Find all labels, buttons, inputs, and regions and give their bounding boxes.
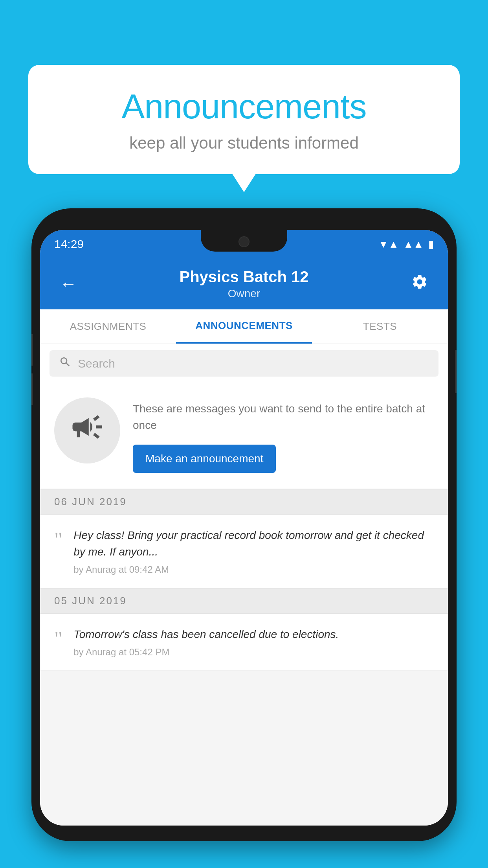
- phone-notch: [201, 230, 287, 252]
- power-button: [455, 350, 457, 393]
- front-camera: [238, 236, 250, 247]
- promo-icon-circle: [54, 397, 120, 463]
- make-announcement-button[interactable]: Make an announcement: [133, 445, 276, 473]
- search-bar[interactable]: Search: [50, 350, 438, 377]
- promo-card: These are messages you want to send to t…: [40, 383, 448, 489]
- promo-content: These are messages you want to send to t…: [133, 397, 434, 473]
- back-button[interactable]: ←: [56, 270, 81, 298]
- quote-icon-2: ": [54, 626, 62, 649]
- speech-bubble-title: Announcements: [52, 86, 436, 127]
- speech-bubble-container: Announcements keep all your students inf…: [28, 65, 460, 174]
- tab-assignments[interactable]: ASSIGNMENTS: [40, 309, 176, 344]
- volume-down-button: [31, 373, 33, 405]
- wifi-icon: ▼▲: [378, 238, 398, 250]
- promo-description: These are messages you want to send to t…: [133, 401, 434, 434]
- megaphone-icon: [70, 409, 105, 452]
- status-time: 14:29: [54, 237, 84, 251]
- quote-icon-1: ": [54, 527, 62, 550]
- signal-icon: ▲▲: [404, 238, 424, 250]
- search-container: Search: [40, 344, 448, 383]
- announcement-content-2: Tomorrow's class has been cancelled due …: [73, 626, 434, 658]
- app-header: ← Physics Batch 12 Owner: [40, 258, 448, 309]
- search-icon: [59, 356, 72, 371]
- announcement-item-2[interactable]: " Tomorrow's class has been cancelled du…: [40, 614, 448, 671]
- volume-up-button: [31, 334, 33, 366]
- phone-screen: Search These are messages you want to se…: [40, 344, 448, 826]
- announcement-text-2: Tomorrow's class has been cancelled due …: [73, 626, 434, 643]
- announcement-content-1: Hey class! Bring your practical record b…: [73, 527, 434, 575]
- date-separator-1: 06 JUN 2019: [40, 489, 448, 515]
- tab-announcements[interactable]: ANNOUNCEMENTS: [176, 309, 312, 344]
- header-title: Physics Batch 12: [179, 268, 308, 286]
- announcement-meta-2: by Anurag at 05:42 PM: [73, 647, 434, 658]
- screen-bezel: 14:29 ▼▲ ▲▲ ▮ ← Physics Batch 12 Owner: [40, 230, 448, 826]
- speech-bubble-subtitle: keep all your students informed: [52, 134, 436, 153]
- header-title-block: Physics Batch 12 Owner: [179, 268, 308, 300]
- tab-bar: ASSIGNMENTS ANNOUNCEMENTS TESTS: [40, 309, 448, 344]
- search-placeholder: Search: [78, 357, 115, 370]
- phone-container: 14:29 ▼▲ ▲▲ ▮ ← Physics Batch 12 Owner: [31, 208, 457, 868]
- status-icons: ▼▲ ▲▲ ▮: [378, 238, 434, 250]
- gear-icon: [411, 273, 428, 291]
- announcement-item-1[interactable]: " Hey class! Bring your practical record…: [40, 515, 448, 588]
- settings-button[interactable]: [407, 269, 432, 298]
- phone-frame: 14:29 ▼▲ ▲▲ ▮ ← Physics Batch 12 Owner: [31, 208, 457, 841]
- announcement-meta-1: by Anurag at 09:42 AM: [73, 564, 434, 575]
- announcement-text-1: Hey class! Bring your practical record b…: [73, 527, 434, 560]
- tab-tests[interactable]: TESTS: [312, 309, 448, 344]
- battery-icon: ▮: [428, 238, 434, 250]
- header-subtitle: Owner: [179, 287, 308, 300]
- speech-bubble: Announcements keep all your students inf…: [28, 65, 460, 174]
- date-separator-2: 05 JUN 2019: [40, 588, 448, 614]
